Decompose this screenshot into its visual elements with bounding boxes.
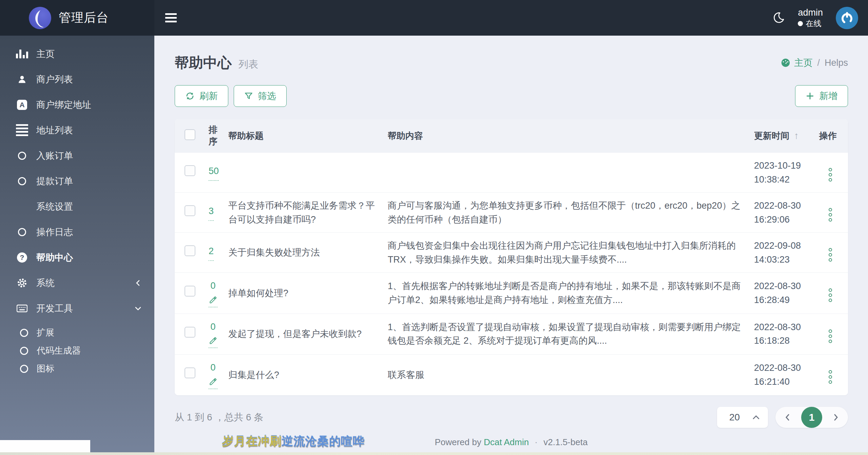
sidebar-item-label: 图标 [37,363,54,375]
refresh-icon [185,91,195,101]
updated-time: 2023-10-19 10:38:42 [754,153,812,192]
avatar[interactable] [836,7,858,29]
breadcrumb-home-link[interactable]: 主页 [780,57,812,69]
filter-button[interactable]: 筛选 [234,85,287,107]
sort-editable[interactable]: 50 [209,164,219,181]
row-checkbox[interactable] [185,286,195,297]
current-page-button[interactable]: 1 [801,407,822,428]
sidebar-item-home[interactable]: 主页 [0,41,154,67]
circle-icon [16,228,28,236]
row-actions-menu-icon[interactable] [827,368,834,386]
row-checkbox[interactable] [185,327,195,338]
sidebar-item-label: 地址列表 [36,124,73,136]
help-content: 商户可与客服沟通，为您单独支持更多币种，包括但不限于（trc20，erc20，b… [388,193,754,232]
dark-mode-moon-icon[interactable] [771,11,785,25]
per-page-select[interactable]: 20 [717,407,768,428]
updated-time: 2022-08-30 16:28:49 [754,273,812,313]
sidebar-item-incoming-orders[interactable]: 入账订单 [0,143,154,168]
add-button[interactable]: 新增 [795,85,848,107]
column-header-actions: 操作 [812,125,848,147]
sidebar-subitem-extensions[interactable]: 扩展 [0,324,154,342]
list-icon [16,124,28,136]
help-title: 平台支持币种不能满足业务需求？平台可以支持自建币吗? [228,193,388,232]
row-actions-menu-icon[interactable] [827,246,834,264]
breadcrumb-separator: / [817,58,820,68]
watermark-part1: 岁月在冲刷 [222,435,282,448]
refresh-button[interactable]: 刷新 [175,85,228,107]
footer-separator: · [535,437,538,447]
row-checkbox[interactable] [185,245,195,256]
previous-page-icon[interactable] [782,411,793,423]
dcat-admin-link[interactable]: Dcat Admin [484,437,529,447]
question-circle-icon: ? [16,252,28,263]
user-menu[interactable]: admin 在线 [798,7,823,29]
subtitle-watermark: 岁月在冲刷逆流沧桑的喧哗 [222,434,365,449]
sort-editable[interactable]: 0 [209,320,217,348]
breadcrumb-current: Helps [825,58,848,68]
sidebar-item-merchant-list[interactable]: 商户列表 [0,67,154,92]
sort-editable[interactable]: 0 [209,361,217,389]
brand-logo-icon [29,7,51,29]
sort-ascending-arrow-icon[interactable]: ↑ [794,130,799,141]
table-header-row: 排序 帮助标题 帮助内容 更新时间 ↑ 操作 [175,119,848,152]
updated-time: 2022-08-30 16:18:28 [754,314,812,354]
help-content: 1、首先根据客户的转账地址判断是否是商户的持有地址，如果不是，那该转账则不是商户… [388,273,754,313]
brand-logo-block[interactable]: 管理后台 [0,0,154,36]
gauge-icon [780,58,791,68]
sidebar-item-system-settings[interactable]: 系统设置 [0,194,154,219]
row-checkbox[interactable] [185,205,195,216]
sidebar-item-address-list[interactable]: 地址列表 [0,117,154,143]
sidebar-item-help-center[interactable]: ? 帮助中心 [0,245,154,270]
sidebar-item-merchant-bind-address[interactable]: A 商户绑定地址 [0,92,154,117]
help-content: 联系客服 [388,362,754,388]
sort-editable[interactable]: 3 [209,204,214,221]
row-checkbox[interactable] [185,165,195,176]
sort-editable[interactable]: 2 [209,244,214,261]
sidebar-toggle-icon[interactable] [165,13,177,22]
help-title: 归集是什么? [228,362,388,388]
circle-icon [19,329,29,337]
breadcrumb-home-label: 主页 [794,57,812,69]
chevron-left-icon [135,280,141,286]
row-actions-menu-icon[interactable] [827,327,834,345]
page-subtitle: 列表 [238,58,258,71]
sidebar-item-label: 代码生成器 [37,345,81,357]
row-actions-menu-icon[interactable] [827,286,834,304]
topbar: 管理后台 admin 在线 [0,0,868,36]
sidebar-item-dev-tools[interactable]: 开发工具 [0,296,154,321]
sort-editable[interactable]: 0 [209,279,217,307]
table-row: 0 归集是什么? 联系客服 2022-08-30 16:21:40 [175,354,848,395]
table-row: 0 掉单如何处理? 1、首先根据客户的转账地址判断是否是商户的持有地址，如果不是… [175,272,848,314]
powered-by-label: Powered by [435,437,481,447]
pagination-summary: 从 1 到 6 ，总共 6 条 [175,411,263,424]
sidebar-item-label: 商户列表 [36,73,73,86]
sidebar-item-withdraw-orders[interactable]: 提款订单 [0,168,154,194]
row-actions-menu-icon[interactable] [827,166,834,184]
sidebar-item-system[interactable]: 系统 [0,270,154,296]
column-header-sort: 排序 [209,124,220,148]
breadcrumb: 主页 / Helps [780,57,848,69]
sidebar-item-label: 系统 [36,277,55,289]
help-title: 发起了提现，但是客户未收到款? [228,321,388,347]
refresh-label: 刷新 [199,90,218,102]
sidebar-item-label: 扩展 [37,327,54,339]
keyboard-icon [16,304,28,312]
table-row: 50 2023-10-19 10:38:42 [175,152,848,192]
updated-time: 2022-08-30 16:29:06 [754,193,812,232]
row-checkbox[interactable] [185,367,195,378]
sidebar-subitem-icons[interactable]: 图标 [0,360,154,378]
online-status-dot [798,21,803,26]
user-icon [16,75,28,84]
table-row: 0 发起了提现，但是客户未收到款? 1、首选判断是否设置了提现自动审核，如果设置… [175,314,848,355]
pagination: 1 [775,407,848,428]
sidebar-subitem-code-generator[interactable]: 代码生成器 [0,342,154,360]
select-all-checkbox[interactable] [185,129,195,140]
updated-time: 2022-09-08 14:03:23 [754,233,812,272]
sidebar-item-operation-log[interactable]: 操作日志 [0,219,154,245]
filter-label: 筛选 [258,90,276,102]
help-content: 1、首选判断是否设置了提现自动审核，如果设置了提现自动审核，则需要判断用户绑定钱… [388,314,754,354]
table-row: 2 关于归集失败处理方法 商户钱包资金归集中会出现往往因为商户用户忘记往归集钱包… [175,232,848,272]
circle-icon [19,365,29,373]
row-actions-menu-icon[interactable] [827,206,834,224]
next-page-icon[interactable] [830,411,841,423]
